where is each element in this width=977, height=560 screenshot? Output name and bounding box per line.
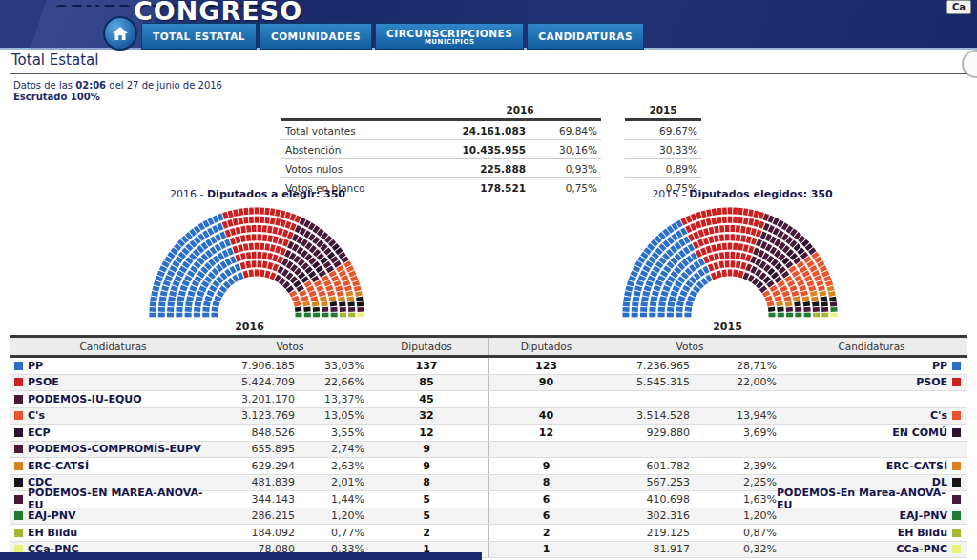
data-timestamp: Datos de las 02:06 del 27 de junio de 20…: [13, 80, 222, 91]
party-name-2016: PODEMOS-IU-EQUO: [10, 393, 216, 405]
row-pct-2016: 0,93%: [530, 159, 601, 178]
results-year-2015: 2015: [488, 319, 967, 338]
votes-2015: 601.782: [603, 460, 690, 472]
votes-2015: 5.545.315: [603, 376, 690, 388]
pct-2016: 0,77%: [295, 527, 364, 539]
row-pct-2016: 30,16%: [530, 140, 601, 159]
turnout-summary-table: 2016 2015 Total votantes 24.161.083 69,8…: [281, 100, 701, 197]
votes-2015: 929.880: [603, 426, 690, 439]
hemi-value: 350: [811, 188, 833, 200]
home-icon: [112, 26, 129, 41]
votes-2016: 848.526: [216, 426, 295, 439]
seats-2016: 137: [364, 360, 488, 372]
pct-2016: 2,63%: [295, 460, 364, 472]
party-label: PODEMOS-IU-EQUO: [28, 393, 142, 405]
header-diputados-2015: Diputados: [488, 338, 603, 355]
party-color-swatch: [952, 428, 961, 437]
row-pct-2016: 0,75%: [530, 178, 601, 197]
party-name-2016: EAJ-PNV: [10, 509, 216, 522]
seats-2016: 9: [364, 443, 488, 455]
table-row: Abstención 10.435.955 30,16% 30,33%: [281, 140, 701, 159]
votes-2015: 302.316: [603, 509, 690, 522]
tab-sublabel: MUNICIPIOS: [425, 38, 475, 46]
tab-circunscripciones[interactable]: CIRCUNSCRIPCIONES MUNICIPIOS: [375, 23, 524, 50]
votes-2016: 655.895: [216, 443, 295, 455]
election-results-page: GENERALES 2016 CONGRESO TOTAL ESTATAL CO…: [0, 0, 977, 560]
party-label: PP: [28, 360, 43, 372]
seats-2015: 8: [488, 475, 603, 491]
party-label: EAJ-PNV: [900, 509, 947, 522]
votes-2015: 219.125: [603, 527, 690, 539]
table-row: PODEMOS-COMPROMÍS-EUPV655.8952,74%9: [10, 442, 967, 459]
party-name-2015: ERC-CATSÍ: [777, 460, 967, 472]
party-name-2015: EAJ-PNV: [777, 509, 967, 522]
party-label: PSOE: [28, 376, 59, 388]
votes-2015: 81.917: [603, 543, 690, 555]
main-nav: TOTAL ESTATAL COMUNIDADES CIRCUNSCRIPCIO…: [141, 23, 644, 50]
tab-total-estatal[interactable]: TOTAL ESTATAL: [141, 23, 257, 50]
party-name-2015: PODEMOS-En Marea-ANOVA-EU: [777, 487, 967, 511]
divider: [10, 73, 967, 74]
row-pct-2015: 30,33%: [625, 140, 701, 159]
party-color-swatch: [14, 445, 23, 453]
tab-comunidades[interactable]: COMUNIDADES: [260, 23, 372, 50]
pct-2016: 2,01%: [295, 476, 364, 488]
party-label: EH Bildu: [898, 527, 947, 539]
row-votes: 24.161.083: [439, 120, 530, 140]
congreso-title: CONGRESO: [134, 0, 302, 26]
seats-2015: 2: [488, 525, 603, 541]
hemicycle-chart-2016: [145, 203, 368, 320]
tab-candidaturas[interactable]: CANDIDATURAS: [527, 23, 644, 50]
hemi-year: 2016 -: [170, 188, 207, 200]
party-color-swatch: [952, 462, 961, 470]
table-row: Votos nulos 225.888 0,93% 0,89%: [281, 159, 701, 178]
votes-2016: 3.123.769: [216, 409, 295, 422]
home-button[interactable]: [103, 16, 137, 51]
header-votos-2015: Votos: [603, 338, 777, 355]
votes-2016: 184.092: [216, 527, 295, 539]
seats-2015: 9: [488, 458, 603, 474]
votes-2016: 481.839: [216, 476, 295, 488]
hemi-year: 2015 -: [652, 188, 689, 200]
seats-2016: 2: [364, 527, 488, 539]
party-color-swatch: [952, 378, 961, 386]
seats-2016: 45: [364, 393, 488, 405]
table-row: PP7.906.18533,03%1371237.236.96528,71%PP: [10, 358, 967, 375]
table-row: ERC-CATSÍ629.2942,63%99601.7822,39%ERC-C…: [10, 458, 967, 475]
seats-2016: 8: [364, 476, 488, 488]
pct-2016: 1,44%: [295, 493, 364, 506]
results-year-header: 2016 2015: [10, 319, 967, 338]
party-color-swatch: [14, 495, 23, 504]
hemicycle-title-2015: 2015 - Diputados elegidos: 350: [618, 188, 866, 200]
results-table: 2016 2015 Candidaturas Votos Diputados D…: [10, 319, 967, 558]
language-chip[interactable]: Ca: [946, 0, 971, 14]
pct-2015: 1,63%: [690, 493, 777, 506]
row-pct-2015: 0,89%: [625, 159, 701, 178]
row-label: Votos nulos: [281, 159, 439, 178]
votes-2016: 629.294: [216, 460, 295, 472]
votes-2016: 3.201.170: [216, 393, 295, 405]
party-label: PODEMOS-COMPROMÍS-EUPV: [28, 443, 201, 455]
seats-2015: 40: [488, 408, 603, 425]
party-color-swatch: [14, 428, 23, 437]
party-name-2015: PSOE: [777, 376, 967, 388]
table-row: PSOE5.424.70922,66%85905.545.31522,00%PS…: [10, 375, 967, 392]
party-name-2015: EN COMÚ: [777, 426, 967, 439]
party-color-swatch: [14, 478, 23, 487]
pct-2015: 2,39%: [690, 460, 777, 472]
seats-2016: 5: [364, 493, 488, 506]
party-color-swatch: [952, 511, 961, 520]
tab-label: CANDIDATURAS: [538, 31, 633, 42]
summary-year-2016: 2016: [439, 100, 601, 120]
header-diputados: Diputados: [364, 338, 488, 355]
votes-2015: 3.514.528: [603, 409, 690, 422]
party-color-swatch: [952, 545, 961, 553]
seats-2016: 85: [364, 376, 488, 388]
party-label: C's: [28, 409, 45, 422]
pct-2016: 22,66%: [295, 376, 364, 388]
table-row: PODEMOS-EN MAREA-ANOVA-EU344.1431,44%564…: [10, 491, 967, 508]
seats-2015: 90: [488, 375, 603, 391]
party-name-2016: PODEMOS-EN MAREA-ANOVA-EU: [10, 487, 216, 511]
party-label: C's: [930, 409, 947, 422]
hemi-label: Diputados elegidos:: [689, 188, 807, 200]
